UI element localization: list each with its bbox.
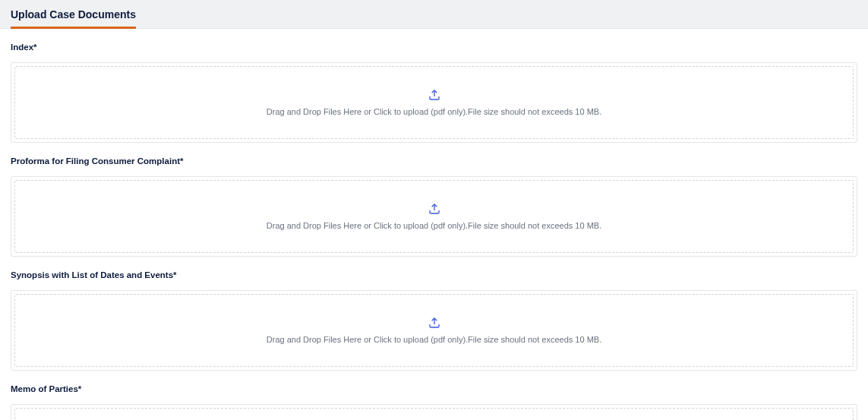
upload-instructions: Drag and Drop Files Here or Click to upl…	[267, 335, 601, 344]
upload-dropzone-synopsis[interactable]: Drag and Drop Files Here or Click to upl…	[14, 294, 854, 367]
upload-section-index: Index* Drag and Drop Files Here or Click…	[0, 29, 868, 143]
upload-icon	[428, 317, 440, 332]
section-label-index: Index*	[11, 43, 857, 52]
section-label-proforma: Proforma for Filing Consumer Complaint*	[11, 156, 857, 166]
upload-dropzone-memo[interactable]	[14, 408, 854, 420]
upload-dropzone-proforma[interactable]: Drag and Drop Files Here or Click to upl…	[14, 180, 854, 253]
section-label-memo: Memo of Parties*	[11, 384, 857, 393]
upload-box-outer-index: Drag and Drop Files Here or Click to upl…	[11, 62, 857, 143]
upload-instructions: Drag and Drop Files Here or Click to upl…	[267, 221, 601, 230]
section-label-synopsis: Synopsis with List of Dates and Events*	[11, 270, 857, 279]
upload-box-outer-synopsis: Drag and Drop Files Here or Click to upl…	[11, 290, 857, 371]
upload-section-proforma: Proforma for Filing Consumer Complaint* …	[0, 143, 868, 257]
upload-section-synopsis: Synopsis with List of Dates and Events* …	[0, 257, 868, 371]
upload-box-outer-memo	[11, 404, 857, 420]
upload-instructions: Drag and Drop Files Here or Click to upl…	[267, 107, 601, 116]
content-area: Index* Drag and Drop Files Here or Click…	[0, 29, 868, 420]
upload-icon	[428, 89, 440, 104]
page-title: Upload Case Documents	[11, 8, 136, 29]
upload-dropzone-index[interactable]: Drag and Drop Files Here or Click to upl…	[14, 66, 854, 139]
upload-section-memo: Memo of Parties*	[0, 371, 868, 420]
header-bar: Upload Case Documents	[0, 0, 868, 29]
upload-icon	[428, 203, 440, 218]
page-container: Upload Case Documents Index* Drag and Dr…	[0, 0, 868, 420]
upload-box-outer-proforma: Drag and Drop Files Here or Click to upl…	[11, 176, 857, 257]
